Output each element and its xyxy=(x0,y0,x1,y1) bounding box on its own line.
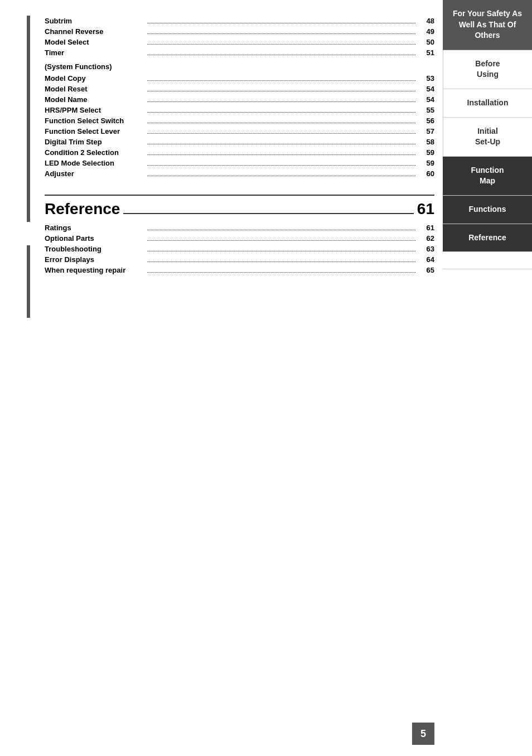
sidebar-item-safety[interactable]: For Your Safety As Well As That Of Other… xyxy=(443,0,532,50)
toc-item-label: Model Name xyxy=(45,95,145,104)
reference-dots xyxy=(147,240,415,241)
toc-item: Model Reset 54 xyxy=(45,85,434,93)
reference-item-label: Error Displays xyxy=(45,255,145,264)
toc-page-num: 54 xyxy=(418,95,434,104)
toc-item: Function Select Lever 57 xyxy=(45,127,434,135)
toc-item-label: Digital Trim Step xyxy=(45,138,145,146)
reference-dots xyxy=(147,230,415,230)
toc-item-label: Subtrim xyxy=(45,17,145,25)
reference-item: Ratings 61 xyxy=(45,224,434,232)
toc-page-num: 59 xyxy=(418,148,434,157)
sidebar: For Your Safety As Well As That Of Other… xyxy=(443,0,532,756)
toc-item: Model Select 50 xyxy=(45,38,434,46)
page-number: 5 xyxy=(420,728,426,740)
reference-item: When requesting repair 65 xyxy=(45,266,434,274)
reference-page-num: 63 xyxy=(418,245,434,253)
reference-item: Troubleshooting 63 xyxy=(45,245,434,253)
left-bar-reference xyxy=(27,245,30,318)
toc-item: Digital Trim Step 58 xyxy=(45,138,434,146)
system-functions-header: (System Functions) xyxy=(45,62,434,71)
reference-dots xyxy=(147,272,415,273)
reference-item-label: Ratings xyxy=(45,224,145,232)
toc-item-label: Model Reset xyxy=(45,85,145,93)
toc-dots xyxy=(147,101,415,102)
toc-dots xyxy=(147,80,415,81)
toc-item: Function Select Switch 56 xyxy=(45,117,434,125)
reference-item-label: When requesting repair xyxy=(45,266,145,274)
reference-page-num: 65 xyxy=(418,266,434,274)
toc-page-num: 54 xyxy=(418,85,434,93)
toc-page-num: 57 xyxy=(418,127,434,135)
toc-page-num: 58 xyxy=(418,138,434,146)
reference-dots xyxy=(147,261,415,262)
reference-page-num: 64 xyxy=(418,255,434,264)
toc-item-label: Condition 2 Selection xyxy=(45,148,145,157)
toc-dots xyxy=(147,91,415,91)
reference-title: Reference 61 xyxy=(45,200,434,218)
sidebar-item-reference[interactable]: Reference xyxy=(443,224,532,253)
toc-item-label: LED Mode Selection xyxy=(45,159,145,167)
left-bar-top xyxy=(27,16,30,222)
toc-item: Timer 51 xyxy=(45,49,434,57)
reference-item: Error Displays 64 xyxy=(45,255,434,264)
toc-item-label: Model Copy xyxy=(45,74,145,83)
toc-dots xyxy=(147,123,415,123)
toc-item-label: Timer xyxy=(45,49,145,57)
reference-item-label: Optional Parts xyxy=(45,234,145,243)
toc-item: Adjuster 60 xyxy=(45,169,434,178)
toc-item: Condition 2 Selection 59 xyxy=(45,148,434,157)
reference-item-label: Troubleshooting xyxy=(45,245,145,253)
toc-item: Channel Reverse 49 xyxy=(45,27,434,36)
toc-dots xyxy=(147,55,415,55)
toc-item: Subtrim 48 xyxy=(45,17,434,25)
toc-page-num: 49 xyxy=(418,27,434,36)
toc-dots xyxy=(147,176,415,176)
toc-item-label: Function Select Lever xyxy=(45,127,145,135)
sidebar-item-empty-bottom[interactable] xyxy=(443,252,532,269)
toc-page-num: 48 xyxy=(418,17,434,25)
toc-item-label: Model Select xyxy=(45,38,145,46)
sidebar-item-installation[interactable]: Installation xyxy=(443,89,532,118)
toc-page-num: 55 xyxy=(418,106,434,114)
reference-section: Reference 61 Ratings 61 Optional Parts 6… xyxy=(45,195,434,274)
page-badge: 5 xyxy=(412,723,434,745)
toc-item-label: Function Select Switch xyxy=(45,117,145,125)
reference-item: Optional Parts 62 xyxy=(45,234,434,243)
toc-dots xyxy=(147,154,415,155)
reference-label: Reference xyxy=(45,200,120,218)
reference-page-num: 61 xyxy=(418,224,434,232)
toc-dots xyxy=(147,44,415,45)
sidebar-item-before-using[interactable]: Before Using xyxy=(443,50,532,89)
toc-page-num: 51 xyxy=(418,49,434,57)
toc-page-num: 56 xyxy=(418,117,434,125)
toc-dots xyxy=(147,33,415,34)
main-content: Subtrim 48 Channel Reverse 49 Model Sele… xyxy=(33,0,434,274)
toc-basic-section: Subtrim 48 Channel Reverse 49 Model Sele… xyxy=(45,17,434,178)
toc-item: Model Copy 53 xyxy=(45,74,434,83)
toc-page-num: 59 xyxy=(418,159,434,167)
reference-page-num: 62 xyxy=(418,234,434,243)
toc-page-num: 60 xyxy=(418,169,434,178)
toc-item: LED Mode Selection 59 xyxy=(45,159,434,167)
toc-page-num: 50 xyxy=(418,38,434,46)
reference-page: 61 xyxy=(417,200,434,218)
reference-dots xyxy=(147,251,415,251)
toc-dots xyxy=(147,144,415,144)
sidebar-item-functions[interactable]: Functions xyxy=(443,196,532,224)
toc-dots xyxy=(147,23,415,23)
toc-item: Model Name 54 xyxy=(45,95,434,104)
toc-dots xyxy=(147,133,415,134)
toc-item-label: Adjuster xyxy=(45,169,145,178)
toc-dots xyxy=(147,112,415,113)
toc-item: HRS/PPM Select 55 xyxy=(45,106,434,114)
sidebar-item-function-map[interactable]: Function Map xyxy=(443,157,532,196)
toc-dots xyxy=(147,165,415,166)
reference-dots xyxy=(123,213,413,214)
toc-item-label: Channel Reverse xyxy=(45,27,145,36)
toc-item-label: HRS/PPM Select xyxy=(45,106,145,114)
toc-page-num: 53 xyxy=(418,74,434,83)
sidebar-item-initial-setup[interactable]: Initial Set-Up xyxy=(443,118,532,157)
